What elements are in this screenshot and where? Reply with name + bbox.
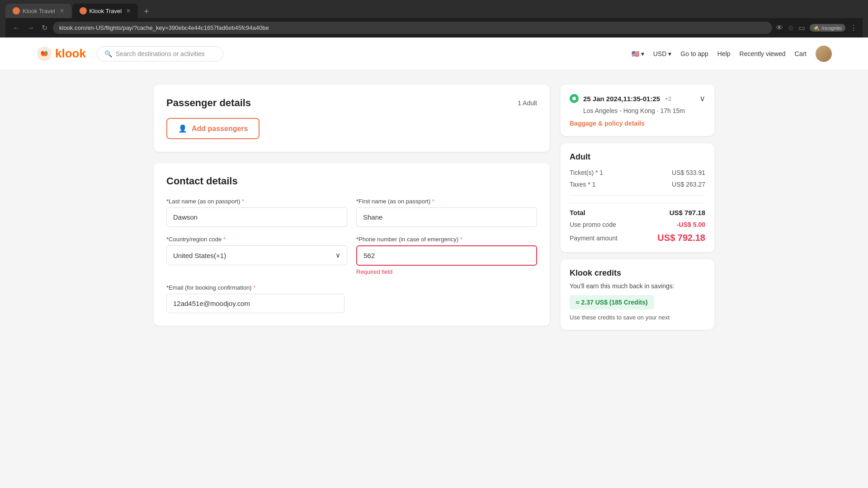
go-to-app-link[interactable]: Go to app bbox=[680, 50, 708, 57]
phone-error-message: Required field bbox=[356, 268, 537, 275]
credits-subtitle: You'll earn this much back in savings: bbox=[570, 282, 705, 290]
passenger-section-title: Passenger details bbox=[166, 97, 251, 109]
total-value: US$ 797.18 bbox=[670, 209, 705, 216]
taxes-label: Taxes * 1 bbox=[570, 181, 596, 188]
incognito-badge: 🕵 Incognito bbox=[810, 24, 845, 32]
ticket-label: Ticket(s) * 1 bbox=[570, 169, 603, 176]
pricing-card: Adult Ticket(s) * 1 US$ 533.91 Taxes * 1… bbox=[561, 143, 714, 252]
country-value: United States(+1) bbox=[173, 252, 226, 259]
passenger-section-header: Passenger details 1 Adult bbox=[166, 97, 537, 109]
ticket-row: Ticket(s) * 1 US$ 533.91 bbox=[570, 169, 705, 176]
device-icon[interactable]: ▭ bbox=[798, 23, 805, 32]
help-link[interactable]: Help bbox=[717, 50, 731, 57]
promo-row: Use promo code -US$ 5.00 bbox=[570, 221, 705, 228]
add-passengers-icon: 👤 bbox=[178, 124, 187, 133]
search-bar[interactable]: 🔍 bbox=[97, 46, 223, 61]
tab1-label: Klook Travel bbox=[23, 8, 55, 14]
first-name-label: *First name (as on passport) * bbox=[356, 198, 537, 205]
country-required: * bbox=[223, 236, 226, 243]
total-label: Total bbox=[570, 209, 585, 216]
adult-badge: 1 Adult bbox=[518, 99, 537, 107]
logo-icon bbox=[36, 46, 52, 62]
flight-date: 25 Jan 2024,11:35-01:25 bbox=[583, 95, 660, 103]
email-input[interactable] bbox=[166, 294, 344, 313]
promo-value: -US$ 5.00 bbox=[677, 221, 705, 228]
language-selector[interactable]: 🇺🇸 ▾ bbox=[632, 50, 644, 57]
new-tab-button[interactable]: ＋ bbox=[139, 4, 154, 18]
contact-section-title: Contact details bbox=[166, 175, 537, 187]
cart-link[interactable]: Cart bbox=[795, 50, 807, 57]
recently-viewed-link[interactable]: Recently viewed bbox=[740, 50, 786, 57]
country-chevron-icon: ∨ bbox=[335, 251, 340, 259]
first-name-input[interactable] bbox=[356, 207, 537, 227]
tab2-label: Klook Travel bbox=[90, 8, 122, 14]
flight-status-dot bbox=[570, 94, 579, 103]
tab2-favicon bbox=[80, 7, 87, 14]
email-group: *Email (for booking confirmation) * bbox=[166, 284, 537, 313]
ticket-value: US$ 533.91 bbox=[672, 169, 705, 176]
tab1-close[interactable]: ✕ bbox=[60, 8, 64, 14]
logo-text: klook bbox=[55, 47, 86, 61]
payment-value: US$ 792.18 bbox=[657, 233, 705, 243]
reload-button[interactable]: ↻ bbox=[40, 22, 49, 34]
phone-input[interactable] bbox=[356, 245, 537, 266]
flight-card: 25 Jan 2024,11:35-01:25 +2 ∨ Los Angeles… bbox=[561, 84, 714, 136]
flight-route: Los Angeles - Hong Kong · 17h 15m bbox=[570, 107, 705, 114]
tab1-favicon bbox=[13, 7, 20, 14]
country-label: *Country/region code * bbox=[166, 236, 347, 243]
phone-label: *Phone number (in case of emergency) * bbox=[356, 236, 537, 243]
menu-icon[interactable]: ⋮ bbox=[850, 23, 857, 32]
tab2-close[interactable]: ✕ bbox=[126, 8, 131, 14]
first-name-required: * bbox=[432, 198, 434, 205]
first-name-group: *First name (as on passport) * bbox=[356, 198, 537, 227]
add-passengers-label: Add passengers bbox=[192, 125, 248, 133]
country-group: *Country/region code * United States(+1)… bbox=[166, 236, 347, 275]
taxes-value: US$ 263.27 bbox=[672, 181, 705, 188]
credits-badge: ≈ 2.37 US$ (185 Credits) bbox=[570, 295, 654, 310]
total-row: Total US$ 797.18 bbox=[570, 203, 705, 216]
flag-icon: 🇺🇸 bbox=[632, 50, 639, 57]
logo[interactable]: klook bbox=[36, 46, 86, 62]
taxes-row: Taxes * 1 US$ 263.27 bbox=[570, 181, 705, 188]
flight-toggle-button[interactable]: ∨ bbox=[699, 94, 705, 103]
chevron-down-icon: ▾ bbox=[641, 50, 644, 57]
eye-slash-icon: 👁 bbox=[776, 24, 783, 32]
svg-point-1 bbox=[41, 51, 44, 54]
back-button[interactable]: ← bbox=[11, 22, 22, 34]
flight-stops: +2 bbox=[665, 95, 671, 102]
email-required: * bbox=[253, 284, 255, 291]
search-input[interactable] bbox=[116, 50, 216, 57]
promo-label: Use promo code bbox=[570, 221, 616, 228]
currency-selector[interactable]: USD ▾ bbox=[653, 50, 672, 57]
payment-label: Payment amount bbox=[570, 235, 618, 242]
passenger-details-card: Passenger details 1 Adult 👤 Add passenge… bbox=[154, 84, 550, 152]
credits-card: Klook credits You'll earn this much back… bbox=[561, 259, 714, 330]
currency-label: USD bbox=[653, 50, 667, 57]
search-icon: 🔍 bbox=[104, 50, 112, 57]
tab-1[interactable]: Klook Travel ✕ bbox=[5, 4, 71, 18]
phone-group: *Phone number (in case of emergency) * R… bbox=[356, 236, 537, 275]
last-name-required: * bbox=[242, 198, 244, 205]
sidebar: 25 Jan 2024,11:35-01:25 +2 ∨ Los Angeles… bbox=[561, 84, 714, 330]
star-icon[interactable]: ☆ bbox=[788, 23, 794, 32]
pricing-section-title: Adult bbox=[570, 152, 705, 162]
contact-details-card: Contact details *Last name (as on passpo… bbox=[154, 163, 550, 326]
last-name-input[interactable] bbox=[166, 207, 347, 227]
svg-point-2 bbox=[45, 51, 47, 54]
page-header: klook 🔍 🇺🇸 ▾ USD ▾ Go to app Help Recent… bbox=[0, 38, 868, 70]
last-name-label: *Last name (as on passport) * bbox=[166, 198, 347, 205]
avatar[interactable] bbox=[816, 46, 832, 62]
country-select[interactable]: United States(+1) ∨ bbox=[166, 245, 347, 265]
last-name-group: *Last name (as on passport) * bbox=[166, 198, 347, 227]
add-passengers-button[interactable]: 👤 Add passengers bbox=[166, 118, 259, 139]
forward-button[interactable]: → bbox=[25, 22, 36, 34]
phone-required: * bbox=[460, 236, 462, 243]
credits-note: Use these credits to save on your next bbox=[570, 314, 705, 321]
header-nav: 🇺🇸 ▾ USD ▾ Go to app Help Recently viewe… bbox=[632, 46, 832, 62]
tab-2[interactable]: Klook Travel ✕ bbox=[72, 4, 138, 18]
flight-header: 25 Jan 2024,11:35-01:25 +2 ∨ bbox=[570, 94, 705, 103]
address-bar[interactable] bbox=[53, 22, 772, 34]
email-label: *Email (for booking confirmation) * bbox=[166, 284, 537, 291]
payment-row: Payment amount US$ 792.18 bbox=[570, 233, 705, 243]
baggage-policy-link[interactable]: Baggage & policy details bbox=[570, 120, 645, 127]
